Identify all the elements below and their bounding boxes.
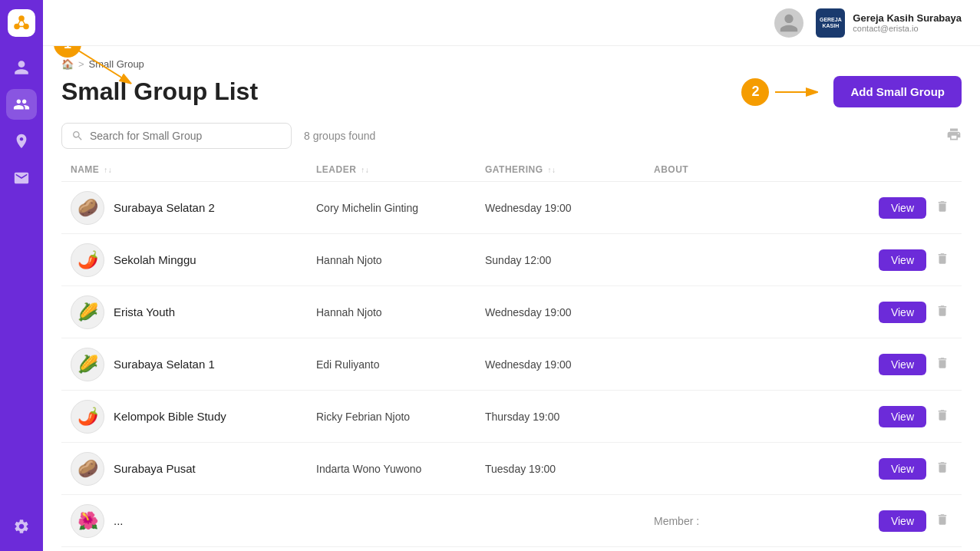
table-row: 🌺 ... Member : View — [61, 495, 962, 547]
cell-leader: Cory Michelin Ginting — [316, 202, 485, 214]
app-logo[interactable] — [8, 9, 35, 37]
view-button[interactable]: View — [879, 510, 926, 532]
col-name: NAME ↑↓ — [71, 164, 316, 175]
group-icon: 🌶️ — [71, 243, 104, 277]
group-icon: 🌺 — [71, 504, 104, 538]
cell-leader: Hannah Njoto — [316, 306, 485, 318]
org-info: GEREJAKASIH Gereja Kasih Surabaya contac… — [816, 8, 962, 38]
delete-icon[interactable] — [932, 249, 952, 272]
col-gathering: GATHERING ↑↓ — [485, 164, 654, 175]
groups-table: NAME ↑↓ LEADER ↑↓ GATHERING ↑↓ ABOUT 🥔 S… — [61, 158, 962, 547]
org-name: Gereja Kasih Surabaya — [853, 12, 962, 24]
table-row: 🥔 Surabaya Pusat Indarta Wono Yuwono Tue… — [61, 443, 962, 495]
annotation-2: 2 — [741, 78, 769, 106]
cell-gathering: Wednesday 19:00 — [485, 358, 654, 371]
sidebar-item-groups[interactable] — [6, 126, 37, 157]
cell-leader: Indarta Wono Yuwono — [316, 463, 485, 475]
group-name: Erista Youth — [114, 305, 175, 318]
table-header: NAME ↑↓ LEADER ↑↓ GATHERING ↑↓ ABOUT — [61, 158, 962, 182]
delete-icon[interactable] — [932, 196, 952, 219]
cell-actions: View — [845, 196, 952, 219]
sidebar-item-group[interactable] — [6, 89, 37, 120]
search-input[interactable] — [90, 130, 282, 142]
table-row: 🌶️ Sekolah Minggu Hannah Njoto Sunday 12… — [61, 234, 962, 286]
cell-leader: Hannah Njoto — [316, 254, 485, 266]
cell-about: Member : — [654, 515, 845, 527]
topbar: GEREJAKASIH Gereja Kasih Surabaya contac… — [43, 0, 980, 46]
view-button[interactable]: View — [879, 458, 926, 480]
add-small-group-button[interactable]: Add Small Group — [833, 76, 962, 107]
table-row: 🥔 Surabaya Selatan 2 Cory Michelin Ginti… — [61, 182, 962, 234]
group-name: Kelompok Bible Study — [114, 410, 226, 423]
cell-name: 🥔 Surabaya Pusat — [71, 452, 316, 486]
cell-actions: View — [845, 301, 952, 324]
cell-actions: View — [845, 457, 952, 480]
user-avatar[interactable] — [774, 8, 803, 38]
view-button[interactable]: View — [879, 406, 926, 427]
cell-name: 🌶️ Sekolah Minggu — [71, 243, 316, 277]
cell-actions: View — [845, 249, 952, 272]
sidebar-item-mail[interactable] — [6, 163, 37, 193]
sidebar — [0, 0, 43, 551]
group-name: Surabaya Selatan 1 — [114, 358, 215, 371]
table-row: 🌽 Surabaya Selatan 1 Edi Ruliyanto Wedne… — [61, 338, 962, 391]
search-box[interactable] — [61, 123, 292, 149]
view-button[interactable]: View — [879, 354, 926, 375]
group-icon: 🌽 — [71, 295, 104, 329]
page-content: 🏠 > Small Group 1 Small — [43, 46, 980, 551]
view-button[interactable]: View — [879, 197, 926, 219]
table-row: 🌶️ Kelompok Bible Study Ricky Febrian Nj… — [61, 391, 962, 443]
org-email: contact@erista.io — [853, 24, 962, 33]
delete-icon[interactable] — [932, 301, 952, 324]
group-name: ... — [114, 514, 124, 527]
delete-icon[interactable] — [932, 353, 952, 376]
col-actions — [845, 164, 952, 175]
breadcrumb: 🏠 > Small Group — [61, 58, 962, 70]
sidebar-item-settings[interactable] — [6, 511, 37, 542]
cell-gathering: Wednesday 19:00 — [485, 306, 654, 318]
group-name: Sekolah Minggu — [114, 253, 196, 266]
group-icon: 🌶️ — [71, 400, 104, 434]
delete-icon[interactable] — [932, 405, 952, 428]
group-icon: 🥔 — [71, 452, 104, 486]
page-header: 1 Small Group List 2 — [61, 76, 962, 107]
cell-name: 🌽 Erista Youth — [71, 295, 316, 329]
cell-leader: Ricky Febrian Njoto — [316, 411, 485, 423]
view-button[interactable]: View — [879, 302, 926, 323]
group-name: Surabaya Pusat — [114, 462, 196, 475]
org-logo: GEREJAKASIH — [816, 8, 845, 38]
cell-gathering: Thursday 19:00 — [485, 411, 654, 423]
cell-actions: View — [845, 510, 952, 533]
main-content: GEREJAKASIH Gereja Kasih Surabaya contac… — [43, 0, 980, 551]
view-button[interactable]: View — [879, 249, 926, 271]
col-leader: LEADER ↑↓ — [316, 164, 485, 175]
sidebar-item-person[interactable] — [6, 52, 37, 83]
cell-name: 🌽 Surabaya Selatan 1 — [71, 348, 316, 381]
cell-actions: View — [845, 353, 952, 376]
table-body: 🥔 Surabaya Selatan 2 Cory Michelin Ginti… — [61, 182, 962, 547]
cell-name: 🥔 Surabaya Selatan 2 — [71, 191, 316, 225]
cell-gathering: Sunday 12:00 — [485, 254, 654, 266]
group-icon: 🌽 — [71, 348, 104, 381]
cell-gathering: Tuesday 19:00 — [485, 463, 654, 475]
table-row: 🌽 Erista Youth Hannah Njoto Wednesday 19… — [61, 286, 962, 338]
search-row: 8 groups found — [61, 123, 962, 149]
cell-actions: View — [845, 405, 952, 428]
group-count: 8 groups found — [304, 130, 375, 142]
group-icon: 🥔 — [71, 191, 104, 225]
delete-icon[interactable] — [932, 510, 952, 533]
group-name: Surabaya Selatan 2 — [114, 201, 215, 214]
cell-gathering: Wednesday 19:00 — [485, 202, 654, 214]
cell-leader: Edi Ruliyanto — [316, 358, 485, 371]
search-icon — [71, 130, 84, 142]
delete-icon[interactable] — [932, 457, 952, 480]
print-icon[interactable] — [946, 127, 962, 145]
col-about: ABOUT — [654, 164, 845, 175]
cell-name: 🌺 ... — [71, 504, 316, 538]
cell-name: 🌶️ Kelompok Bible Study — [71, 400, 316, 434]
